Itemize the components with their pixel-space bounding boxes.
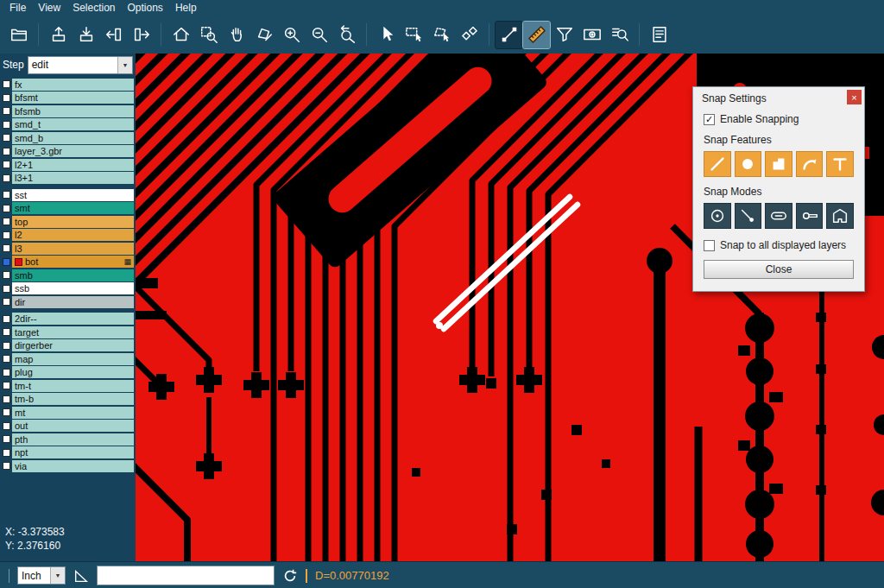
layer-name[interactable]: smb	[12, 269, 134, 281]
layer-name[interactable]: smt	[12, 202, 134, 214]
layer-row-sst[interactable]: sst	[0, 188, 136, 202]
layer-row-tm-t[interactable]: tm-t	[0, 379, 136, 393]
menu-item-help[interactable]: Help	[169, 1, 203, 15]
layer-row-dir[interactable]: dir	[0, 295, 136, 309]
snap-mode-keyhole-button[interactable]	[796, 203, 824, 229]
ruler-tool-button[interactable]	[523, 22, 550, 48]
filter-button[interactable]	[551, 22, 578, 48]
layer-name[interactable]: target	[12, 326, 134, 338]
layer-name[interactable]: mt	[12, 407, 134, 419]
layer-row-npt[interactable]: npt	[0, 446, 136, 460]
layer-checkbox[interactable]	[3, 258, 10, 266]
layer-checkbox[interactable]	[3, 218, 10, 225]
layer-name[interactable]: npt	[12, 446, 134, 458]
search-objects-button[interactable]	[606, 22, 633, 48]
layer-name[interactable]: bfsmt	[12, 92, 134, 104]
layer-checkbox[interactable]	[3, 369, 10, 376]
snap-feature-circle-button[interactable]	[735, 151, 762, 177]
layer-checkbox[interactable]	[3, 271, 10, 279]
layer-row-via[interactable]: via	[0, 459, 136, 473]
export-box-up-button[interactable]	[45, 22, 72, 48]
import-arrow-left-button[interactable]	[100, 22, 127, 48]
pcb-canvas[interactable]: Snap Settings × ✓ Enable Snapping Snap F…	[136, 54, 884, 561]
layer-row-tm-b[interactable]: tm-b	[0, 393, 136, 407]
layer-row-2dir--[interactable]: 2dir--	[0, 313, 136, 326]
layer-row-plug[interactable]: plug	[0, 366, 136, 380]
layer-checkbox[interactable]	[3, 298, 10, 306]
refresh-icon[interactable]	[282, 568, 298, 584]
layer-checkbox[interactable]	[3, 285, 10, 293]
layer-row-out[interactable]: out	[0, 420, 136, 433]
all-layers-checkbox[interactable]	[704, 240, 715, 251]
select-hatch-button[interactable]	[456, 22, 483, 48]
open-folder-button[interactable]	[5, 22, 32, 48]
layer-name[interactable]: via	[12, 460, 134, 472]
layer-row-l2+1[interactable]: l2+1	[0, 158, 136, 172]
home-button[interactable]	[167, 22, 194, 48]
unit-dropdown[interactable]: Inch ▼	[17, 566, 66, 585]
layer-row-dirgerber[interactable]: dirgerber	[0, 339, 136, 353]
layer-row-fx[interactable]: fx	[0, 78, 136, 92]
line-tool-button[interactable]	[496, 22, 522, 48]
menu-item-file[interactable]: File	[3, 1, 32, 15]
layer-name[interactable]: dirgerber	[12, 339, 134, 351]
dialog-title-bar[interactable]: Snap Settings ×	[693, 87, 864, 108]
layer-name[interactable]: tm-t	[12, 380, 134, 392]
layer-row-top[interactable]: top	[0, 215, 136, 229]
layer-row-bot[interactable]: bot▦	[0, 256, 136, 269]
view-objects-button[interactable]	[578, 22, 605, 48]
layer-row-bfsmt[interactable]: bfsmt	[0, 92, 136, 105]
command-input[interactable]	[97, 566, 275, 585]
layer-checkbox[interactable]	[3, 395, 10, 403]
snap-mode-slot-button[interactable]	[765, 203, 792, 229]
layer-name[interactable]: l2+1	[12, 159, 134, 171]
layer-row-pth[interactable]: pth	[0, 433, 136, 446]
layer-checkbox[interactable]	[3, 315, 10, 323]
snap-feature-arc-button[interactable]	[796, 151, 824, 177]
layer-checkbox[interactable]	[3, 107, 10, 115]
layer-row-smd_t[interactable]: smd_t	[0, 118, 136, 132]
snap-mode-center-button[interactable]	[704, 203, 731, 229]
layer-checkbox[interactable]	[3, 435, 10, 443]
layer-row-ssb[interactable]: ssb	[0, 282, 136, 296]
layer-row-map[interactable]: map	[0, 352, 136, 366]
pan-hand-button[interactable]	[223, 22, 249, 48]
zoom-out-button[interactable]	[306, 22, 332, 48]
layer-row-l2[interactable]: l2	[0, 229, 136, 243]
layer-row-bfsmb[interactable]: bfsmb	[0, 104, 136, 118]
layer-name[interactable]: dir	[12, 296, 134, 308]
layer-checkbox[interactable]	[3, 328, 10, 336]
layer-checkbox[interactable]	[3, 148, 10, 155]
layer-name[interactable]: pth	[12, 433, 134, 446]
layer-checkbox[interactable]	[3, 121, 10, 129]
zoom-previous-button[interactable]	[333, 22, 360, 48]
layer-checkbox[interactable]	[3, 449, 10, 457]
layer-name[interactable]: 2dir--	[12, 313, 134, 325]
chevron-down-icon[interactable]: ▼	[50, 567, 65, 584]
layer-name[interactable]: out	[12, 420, 134, 432]
layer-name[interactable]: layer_3.gbr	[12, 145, 134, 157]
layer-checkbox[interactable]	[3, 161, 10, 168]
draw-polygon-button[interactable]	[250, 22, 277, 48]
layer-name[interactable]: smd_t	[12, 118, 134, 130]
snap-mode-endpoint-button[interactable]	[735, 203, 762, 229]
layer-row-mt[interactable]: mt	[0, 406, 136, 420]
layer-row-smd_b[interactable]: smd_b	[0, 131, 136, 145]
snap-mode-contour-button[interactable]	[826, 203, 854, 229]
layer-name[interactable]: top	[12, 216, 134, 228]
layer-name[interactable]: l3	[12, 243, 134, 255]
layer-row-layer_3.gbr[interactable]: layer_3.gbr	[0, 145, 136, 159]
layer-name[interactable]: plug	[12, 366, 134, 378]
layer-name[interactable]: bot▦	[12, 256, 134, 268]
layer-checkbox[interactable]	[3, 382, 10, 389]
layer-name[interactable]: bfsmb	[12, 105, 134, 117]
layer-name[interactable]: fx	[12, 79, 134, 91]
angle-tool-icon[interactable]	[73, 568, 89, 584]
export-arrow-right-button[interactable]	[128, 22, 155, 48]
layer-checkbox[interactable]	[3, 174, 10, 182]
close-icon[interactable]: ×	[847, 90, 862, 104]
snap-feature-text-button[interactable]	[826, 151, 854, 177]
menu-item-view[interactable]: View	[32, 1, 66, 15]
layer-name[interactable]: sst	[12, 189, 134, 201]
layer-checkbox[interactable]	[3, 231, 10, 239]
